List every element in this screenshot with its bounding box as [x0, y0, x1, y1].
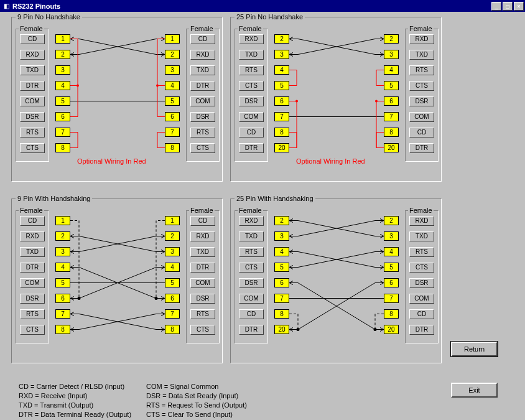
svg-point-65	[375, 100, 378, 103]
maximize-button[interactable]: □	[503, 2, 513, 11]
pin-right-1: 1	[165, 34, 180, 44]
group-title: 25 Pin With Handshaking	[235, 195, 315, 202]
signal-right-txd: TXD	[190, 247, 215, 257]
pin-left-20: 20	[274, 325, 289, 334]
svg-line-127	[298, 283, 375, 330]
signal-right-dtr: DTR	[190, 263, 215, 273]
legend-line: CD = Carrier Detect / RLSD (Input)	[19, 382, 131, 391]
signal-left-dsr: DSR	[20, 112, 45, 122]
pin-left-20: 20	[274, 143, 289, 152]
pin-left-2: 2	[55, 50, 70, 59]
signal-left-cd: CD	[20, 216, 45, 226]
signal-right-rxd: RXD	[409, 216, 434, 226]
pin-right-2: 2	[165, 50, 180, 59]
connector-lab_left: Female	[235, 210, 268, 343]
svg-line-91	[79, 314, 156, 330]
pin-left-8: 8	[55, 325, 70, 334]
svg-line-132	[298, 283, 375, 330]
close-button[interactable]: ×	[514, 2, 524, 11]
signal-right-rts: RTS	[409, 247, 434, 257]
svg-line-68	[79, 236, 156, 252]
signal-right-cd: CD	[409, 128, 434, 138]
signal-right-com: COM	[190, 96, 215, 106]
signal-right-cd: CD	[409, 309, 434, 319]
signal-right-dtr: DTR	[190, 81, 215, 91]
connector-label: Female	[408, 207, 434, 214]
svg-line-96	[79, 314, 156, 330]
svg-line-112	[298, 221, 375, 236]
pin-right-20: 20	[384, 325, 399, 334]
signal-right-cts: CTS	[190, 325, 215, 335]
pin-right-8: 8	[165, 143, 180, 152]
signal-left-dtr: DTR	[20, 81, 45, 91]
signal-right-dsr: DSR	[190, 294, 215, 304]
pin-left-2: 2	[55, 231, 70, 241]
svg-line-2	[79, 39, 156, 55]
signal-left-rts: RTS	[20, 309, 45, 319]
svg-line-7	[79, 39, 156, 55]
signal-left-rxd: RXD	[239, 34, 264, 44]
signal-left-cts: CTS	[20, 325, 45, 335]
signal-left-cts: CTS	[239, 263, 264, 273]
pin-left-1: 1	[55, 216, 70, 225]
pin-left-5: 5	[274, 263, 289, 272]
signal-right-rxd: RXD	[190, 50, 215, 60]
minimize-button[interactable]: _	[491, 2, 501, 11]
svg-point-142	[297, 328, 300, 331]
signal-right-com: COM	[409, 112, 434, 122]
pin-right-4: 4	[384, 247, 399, 256]
connector-lab_right: Female	[186, 29, 220, 162]
signal-right-com: COM	[409, 294, 434, 304]
pin-right-7: 7	[384, 294, 399, 303]
pin-left-7: 7	[274, 112, 289, 121]
pin-right-8: 8	[384, 128, 399, 137]
pin-right-5: 5	[165, 96, 180, 106]
pin-left-4: 4	[55, 81, 70, 90]
signal-left-com: COM	[239, 294, 264, 304]
return-button[interactable]: Return	[451, 342, 498, 357]
signal-left-rxd: RXD	[239, 216, 264, 226]
pin-left-6: 6	[274, 278, 289, 287]
pin-right-1: 1	[165, 216, 180, 225]
connector-label: Female	[19, 25, 44, 32]
svg-point-103	[78, 297, 81, 300]
legend-col1: CD = Carrier Detect / RLSD (Input) RXD =…	[19, 382, 131, 419]
signal-right-cts: CTS	[409, 81, 434, 91]
legend-line: DSR = Data Set Ready (Input)	[146, 391, 247, 401]
optional-wiring-text: Optional Wiring In Red	[77, 157, 146, 165]
pin-right-2: 2	[384, 216, 399, 225]
pin-right-2: 2	[384, 34, 399, 44]
pin-left-8: 8	[55, 143, 70, 152]
signal-left-cd: CD	[20, 34, 45, 44]
signal-left-txd: TXD	[239, 50, 264, 60]
signal-left-dtr: DTR	[239, 143, 264, 153]
pin-right-6: 6	[384, 278, 399, 287]
pin-left-8: 8	[274, 128, 289, 137]
signal-right-rts: RTS	[409, 65, 434, 75]
pin-left-6: 6	[55, 112, 70, 121]
signal-left-cd: CD	[239, 128, 264, 138]
connector-label: Female	[189, 25, 215, 32]
exit-button[interactable]: Exit	[451, 383, 498, 398]
signal-right-dsr: DSR	[409, 96, 434, 106]
svg-point-32	[156, 85, 159, 87]
pin-right-6: 6	[165, 294, 180, 303]
svg-line-117	[298, 252, 375, 268]
pin-right-7: 7	[165, 128, 180, 137]
signal-right-rts: RTS	[190, 309, 215, 319]
pin-left-8: 8	[274, 309, 289, 319]
signal-left-com: COM	[239, 112, 264, 122]
titlebar: ◧ RS232 Pinouts _ □ ×	[0, 0, 525, 12]
pin-right-5: 5	[384, 263, 399, 272]
pin-left-5: 5	[55, 96, 70, 106]
pin-left-2: 2	[274, 34, 289, 44]
svg-line-107	[298, 221, 375, 236]
legend-line: CTS = Clear To Send (Input)	[146, 410, 247, 419]
app-icon: ◧	[1, 1, 11, 11]
connector-label: Female	[408, 25, 434, 32]
pin-right-2: 2	[165, 231, 180, 241]
pin-left-7: 7	[274, 294, 289, 303]
pin-left-2: 2	[274, 216, 289, 225]
signal-right-cts: CTS	[190, 143, 215, 153]
window-controls: _ □ ×	[490, 2, 524, 11]
